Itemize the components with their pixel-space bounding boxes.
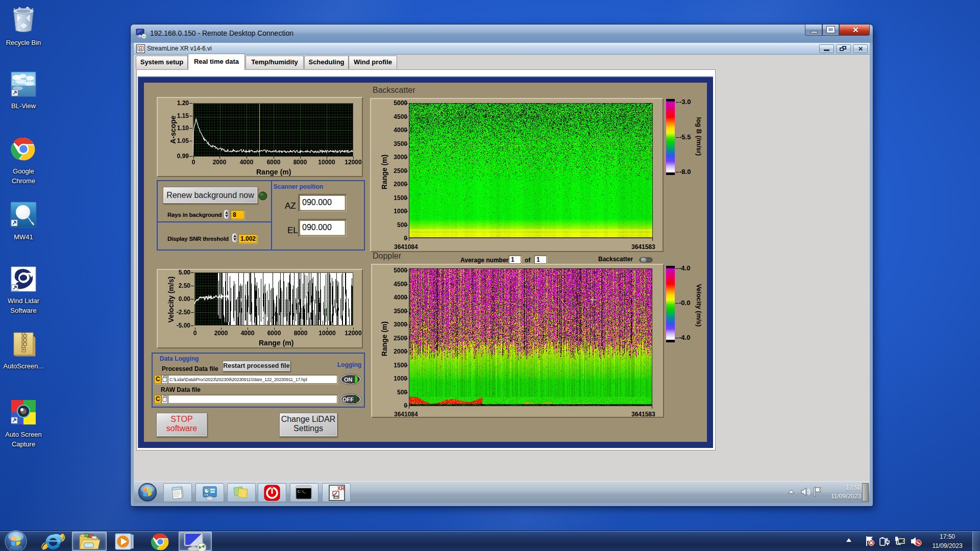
svg-text:ON: ON	[344, 377, 353, 383]
svg-text:XR: XR	[337, 486, 345, 491]
svg-text:OFF: OFF	[342, 396, 354, 403]
svg-text:C:\_: C:\_	[298, 490, 307, 494]
